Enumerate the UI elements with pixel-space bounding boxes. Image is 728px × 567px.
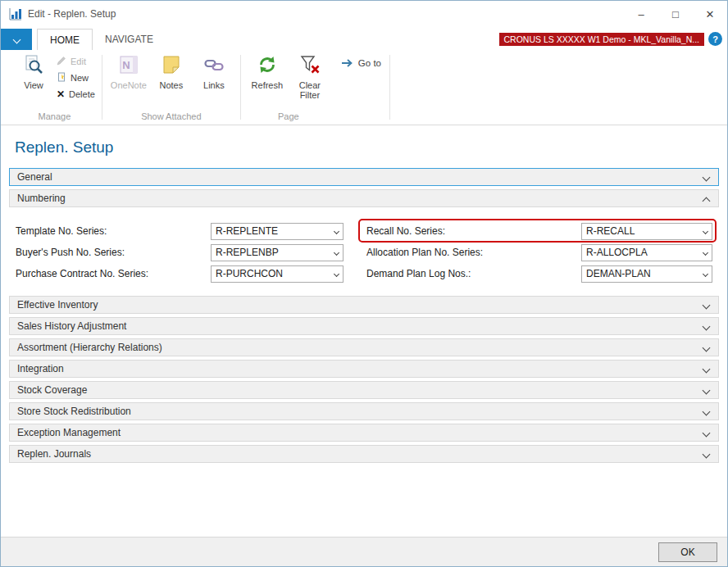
edit-button-label: Edit [71,57,86,66]
close-button[interactable]: ✕ [693,1,727,27]
section-label: Exception Management [17,427,121,438]
chevron-down-icon [702,270,708,276]
ok-button[interactable]: OK [658,542,717,562]
goto-button[interactable]: Go to [336,50,389,125]
notes-button[interactable]: Notes [152,50,191,90]
title-bar: Edit - Replen. Setup – □ ✕ [1,1,727,27]
view-button-label: View [24,80,43,91]
section-label: Effective Inventory [17,299,98,311]
app-menu-button[interactable] [1,29,32,50]
delete-button-label: Delete [69,89,95,99]
combobox-dropdown-button[interactable] [330,245,343,261]
view-button[interactable]: View [14,50,53,90]
template-no-series-combobox[interactable]: R-REPLENTE [211,223,344,240]
links-button[interactable]: Links [194,50,234,90]
chain-link-icon [203,54,225,78]
clear-filter-button-label: Clear Filter [290,80,330,101]
page-group-label: Page [248,110,330,125]
combobox-dropdown-button[interactable] [698,245,712,261]
section-numbering[interactable]: Numbering [9,189,719,207]
section-general[interactable]: General [9,168,719,186]
field-recall-no-series: Recall No. Series: R-RECALL [366,220,712,242]
clear-filter-button[interactable]: Clear Filter [290,50,330,101]
allocation-plan-no-series-combobox[interactable]: R-ALLOCPLA [581,244,712,261]
field-label: Demand Plan Log Nos.: [366,268,581,279]
section-sales-history-adjustment[interactable]: Sales History Adjustment [9,317,719,335]
refresh-button-label: Refresh [252,80,284,91]
field-allocation-plan-no-series: Allocation Plan No. Series: R-ALLOCPLA [366,242,712,263]
ribbon: View Edit [1,50,727,125]
field-buyers-push-no-series: Buyer's Push No. Series: R-REPLENBP [16,242,344,263]
help-button[interactable]: ? [708,32,722,46]
right-arrow-icon [341,58,354,70]
maximize-button[interactable]: □ [658,1,693,27]
section-label: Integration [17,363,64,374]
field-purchase-contract-no-series: Purchase Contract No. Series: R-PURCHCON [16,263,344,284]
ribbon-group-page: Refresh Clear Filter Page [241,50,336,125]
circular-arrows-icon [257,54,278,78]
chevron-down-icon [333,249,339,255]
section-general-label: General [17,171,52,183]
funnel-x-icon [299,54,321,78]
chevron-down-icon [703,451,711,459]
fasttab-sections: General Numbering Template No. Series: R… [1,168,727,463]
chevron-down-icon [703,387,711,395]
section-integration[interactable]: Integration [9,360,719,378]
onenote-button[interactable]: N OneNote [109,50,148,90]
combobox-dropdown-button[interactable] [698,266,712,282]
combobox-dropdown-button[interactable] [330,266,343,282]
chevron-down-icon [703,429,711,438]
section-assortment-hierarchy-relations[interactable]: Assortment (Hierarchy Relations) [9,338,719,356]
chevron-up-icon [703,197,711,206]
chevron-down-icon [703,365,711,374]
edit-button[interactable]: Edit [57,56,95,67]
section-label: Store Stock Redistribution [17,406,131,417]
footer-bar: OK [1,537,727,566]
chevron-down-icon [12,35,20,43]
links-button-label: Links [203,80,225,91]
page-title: Replen. Setup [15,138,727,156]
chevron-down-icon [703,344,711,352]
app-bar-chart-icon [9,7,22,20]
combobox-value: DEMAN-PLAN [582,268,698,279]
field-label: Template No. Series: [16,225,211,237]
svg-text:N: N [122,59,130,71]
chevron-down-icon [333,228,339,234]
combobox-dropdown-button[interactable] [698,224,712,239]
section-exception-management[interactable]: Exception Management [9,424,719,442]
recall-no-series-combobox[interactable]: R-RECALL [581,223,712,240]
buyers-push-no-series-combobox[interactable]: R-REPLENBP [211,244,344,261]
field-label: Recall No. Series: [366,225,581,237]
demand-plan-log-nos-combobox[interactable]: DEMAN-PLAN [581,265,712,283]
combobox-value: R-PURCHCON [212,268,330,279]
section-label: Replen. Journals [17,448,91,460]
section-numbering-label: Numbering [17,193,66,204]
section-effective-inventory[interactable]: Effective Inventory [9,296,719,314]
section-replen-journals[interactable]: Replen. Journals [9,445,719,463]
pencil-icon [57,56,66,67]
tab-navigate[interactable]: NAVIGATE [93,29,166,50]
field-template-no-series: Template No. Series: R-REPLENTE [16,220,344,242]
magnifier-document-icon [23,54,44,78]
chevron-down-icon [703,174,711,182]
combobox-value: R-REPLENBP [212,247,330,258]
new-button-label: New [71,73,89,83]
onenote-icon: N [118,54,139,78]
tab-home[interactable]: HOME [37,29,93,50]
section-stock-coverage[interactable]: Stock Coverage [9,381,719,399]
purchase-contract-no-series-combobox[interactable]: R-PURCHCON [211,265,344,283]
refresh-button[interactable]: Refresh [248,50,287,90]
field-label: Purchase Contract No. Series: [16,268,211,279]
chevron-down-icon [333,270,339,276]
minimize-button[interactable]: – [624,1,658,27]
delete-button[interactable]: ✕ Delete [57,88,95,100]
field-demand-plan-log-nos: Demand Plan Log Nos.: DEMAN-PLAN [366,263,712,284]
field-label: Allocation Plan No. Series: [366,247,581,258]
new-button[interactable]: New [57,72,95,84]
ribbon-group-manage: View Edit [7,50,102,125]
section-store-stock-redistribution[interactable]: Store Stock Redistribution [9,402,719,420]
combobox-value: R-REPLENTE [212,225,330,237]
ribbon-group-show-attached: N OneNote Notes [102,50,240,125]
combobox-value: R-RECALL [582,225,698,237]
combobox-dropdown-button[interactable] [330,224,343,239]
